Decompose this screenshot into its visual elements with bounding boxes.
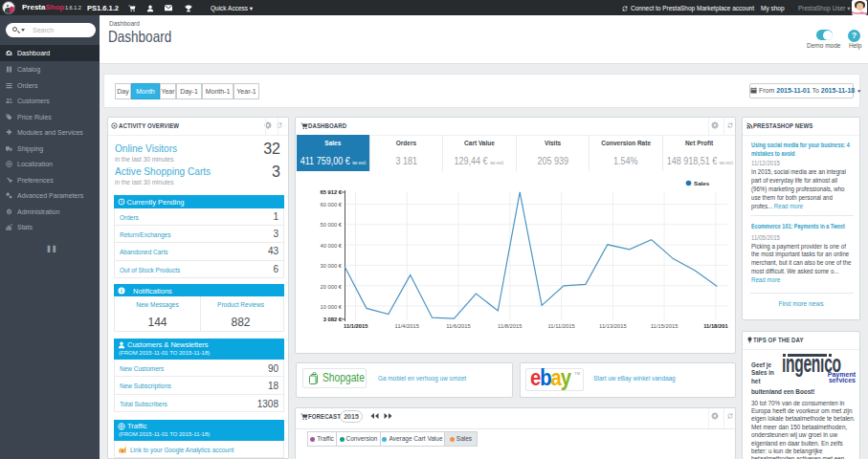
svg-text:20 000 €: 20 000 € [320, 284, 342, 290]
svg-text:11/8/2015: 11/8/2015 [498, 323, 522, 329]
svg-text:65 912 €: 65 912 € [320, 189, 342, 195]
svg-text:11/4/2015: 11/4/2015 [395, 323, 419, 329]
svg-text:30 000 €: 30 000 € [320, 263, 342, 269]
svg-text:11/1/2015: 11/1/2015 [344, 323, 368, 329]
svg-text:50 000 €: 50 000 € [320, 222, 342, 228]
svg-text:40 000 €: 40 000 € [320, 243, 342, 249]
svg-text:10 000 €: 10 000 € [320, 304, 342, 310]
svg-text:3 082 €: 3 082 € [323, 317, 343, 322]
svg-text:11/6/2015: 11/6/2015 [446, 323, 470, 329]
svg-text:Sales: Sales [694, 180, 710, 186]
svg-text:60 000 €: 60 000 € [320, 202, 342, 208]
svg-text:11/11/2015: 11/11/2015 [548, 323, 575, 329]
svg-text:11/15/2015: 11/15/2015 [651, 323, 679, 329]
svg-text:11/18/201: 11/18/201 [703, 323, 728, 329]
svg-text:11/13/2015: 11/13/2015 [599, 323, 627, 329]
